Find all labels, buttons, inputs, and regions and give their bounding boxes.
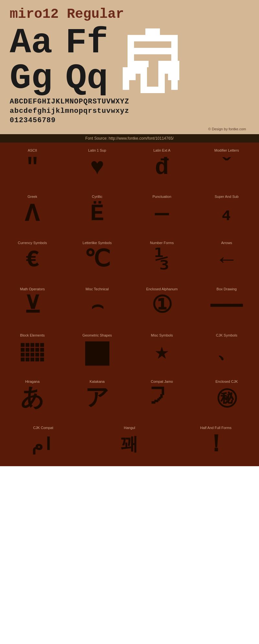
- symbol-currency: €: [25, 247, 39, 273]
- symbol-cjksymbols: 、: [217, 340, 236, 366]
- symbol-numberforms: ⅓: [155, 247, 169, 273]
- font-source-text: Font Source: http://www.fontke.com/font/…: [85, 136, 174, 141]
- label-cjkcompat: CJK Compat: [33, 426, 53, 430]
- svg-rect-12: [168, 74, 179, 80]
- char-cell-cjkcompat: CJK Compat ام: [0, 420, 86, 466]
- pixel-art-preview: [121, 27, 184, 98]
- symbol-compatjamo: ᄀ: [150, 386, 174, 412]
- svg-rect-4: [171, 35, 178, 61]
- char-cell-enclosedcjk: Enclosed CJK ㊙: [194, 374, 259, 420]
- label-enclosedcjk: Enclosed CJK: [215, 380, 238, 383]
- label-miscsymbols: Misc Symbols: [151, 333, 173, 337]
- symbol-hiragana: あ: [20, 386, 44, 412]
- label-greek: Greek: [28, 195, 37, 199]
- symbol-latin1sup: ♥: [90, 155, 104, 181]
- char-cell-punctuation: Punctuation —: [130, 189, 194, 235]
- svg-rect-3: [128, 35, 178, 41]
- symbol-superandsub: ₄: [220, 201, 233, 227]
- symbol-arrows: ←: [220, 247, 233, 273]
- sample-ff: Ff: [65, 25, 108, 61]
- font-source-bar: Font Source: http://www.fontke.com/font/…: [0, 134, 259, 143]
- symbol-geoshapes: [85, 341, 109, 366]
- label-modifier: Modifier Letters: [214, 148, 239, 152]
- sample-aa: Aa: [10, 25, 52, 61]
- char-cell-numberforms: Number Forms ⅓: [130, 235, 194, 281]
- symbol-greek: Λ: [25, 201, 40, 227]
- char-cell-latin1sup: Latin 1 Sup ♥: [65, 143, 130, 189]
- symbol-katakana: ア: [85, 386, 109, 412]
- label-katakana: Katakana: [90, 380, 105, 383]
- copyright-text: © Design by fontke.com: [10, 127, 249, 131]
- symbol-hangul: 꽤: [120, 432, 138, 458]
- label-misctech: Misc Technical: [85, 287, 108, 291]
- svg-rect-7: [123, 67, 142, 74]
- svg-rect-5: [134, 48, 171, 54]
- label-arrows: Arrows: [221, 241, 232, 245]
- label-punctuation: Punctuation: [152, 195, 171, 199]
- symbol-latinexta: đ: [155, 155, 169, 181]
- char-cell-latinexta: Latin Ext A đ: [130, 143, 194, 189]
- label-halfandfull: Half And Full Forms: [200, 426, 231, 430]
- char-cell-boxdrawing: Box Drawing ━━━: [194, 281, 259, 327]
- label-blockelements: Block Elements: [20, 333, 45, 337]
- label-latin1sup: Latin 1 Sup: [88, 148, 106, 152]
- sample-qq: Qq: [65, 61, 108, 96]
- svg-rect-9: [123, 80, 129, 90]
- symbol-cyrillic: Ë: [90, 201, 104, 227]
- symbol-misctech: ⌢: [91, 294, 104, 319]
- char-cell-cyrillic: Cyrillic Ë: [65, 189, 130, 235]
- label-ascii: ASCII: [28, 148, 37, 152]
- label-currency: Currency Symbols: [18, 241, 47, 245]
- chars-grid-last-row: CJK Compat ام Hangul 꽤 Half And Full For…: [0, 420, 259, 466]
- svg-rect-13: [171, 80, 178, 90]
- header-section: miro12 Regular Aa Ff Gg Qq: [0, 0, 259, 134]
- label-letterlike: Letterlike Symbols: [83, 241, 112, 245]
- char-cell-arrows: Arrows ←: [194, 235, 259, 281]
- symbol-letterlike: ℃: [84, 247, 110, 273]
- char-cell-hiragana: Hiragana あ: [0, 374, 65, 420]
- svg-rect-15: [158, 67, 165, 90]
- symbol-ascii: ": [25, 155, 39, 181]
- sample-letters-row: Aa Ff Gg Qq: [10, 25, 249, 98]
- numbers-row: 0123456789: [10, 116, 249, 124]
- svg-rect-8: [123, 74, 136, 80]
- char-cell-halfandfull: Half And Full Forms ！: [173, 420, 259, 466]
- label-numberforms: Number Forms: [150, 241, 174, 245]
- char-cell-miscsymbols: Misc Symbols ★: [130, 327, 194, 374]
- label-geoshapes: Geometric Shapes: [82, 333, 112, 337]
- svg-rect-6: [128, 61, 149, 67]
- char-cell-misctech: Misc Technical ⌢: [65, 281, 130, 327]
- char-cell-modifier: Modifier Letters ˇ: [194, 143, 259, 189]
- char-cell-greek: Greek Λ: [0, 189, 65, 235]
- symbol-modifier: ˇ: [220, 155, 233, 181]
- svg-rect-14: [141, 67, 147, 90]
- symbol-punctuation: —: [155, 201, 169, 227]
- char-cell-letterlike: Letterlike Symbols ℃: [65, 235, 130, 281]
- symbol-miscsymbols: ★: [155, 340, 169, 366]
- char-cell-geoshapes: Geometric Shapes: [65, 327, 130, 374]
- uppercase-alphabet: ABCDEFGHIJKLMNOPQRSTUVWXYZ: [10, 98, 249, 106]
- char-cell-superandsub: Super And Sub ₄: [194, 189, 259, 235]
- char-cell-mathops: Math Operators ⊻: [0, 281, 65, 327]
- pixel-art-svg: [121, 27, 184, 96]
- label-mathops: Math Operators: [20, 287, 45, 291]
- symbol-enclosedal: ①: [152, 294, 173, 319]
- chars-grid: ASCII " Latin 1 Sup ♥ Latin Ext A đ Modi…: [0, 143, 259, 420]
- label-superandsub: Super And Sub: [215, 195, 239, 199]
- label-latinexta: Latin Ext A: [153, 148, 171, 152]
- label-cjksymbols: CJK Symbols: [216, 333, 237, 337]
- label-cyrillic: Cyrillic: [92, 195, 102, 199]
- symbol-boxdrawing: ━━━: [210, 294, 242, 319]
- svg-rect-10: [158, 61, 179, 67]
- label-hiragana: Hiragana: [25, 380, 40, 383]
- label-compatjamo: Compat Jamo: [151, 380, 173, 383]
- symbol-halfandfull: ！: [204, 432, 228, 458]
- symbol-enclosedcjk: ㊙: [216, 386, 237, 412]
- char-cell-currency: Currency Symbols €: [0, 235, 65, 281]
- font-title: miro12 Regular: [10, 6, 249, 22]
- svg-rect-1: [145, 28, 160, 35]
- label-hangul: Hangul: [124, 426, 135, 430]
- char-cell-cjksymbols: CJK Symbols 、: [194, 327, 259, 374]
- char-cell-compatjamo: Compat Jamo ᄀ: [130, 374, 194, 420]
- lowercase-alphabet: abcdefghijklmnopqrstuvwxyz: [10, 107, 249, 115]
